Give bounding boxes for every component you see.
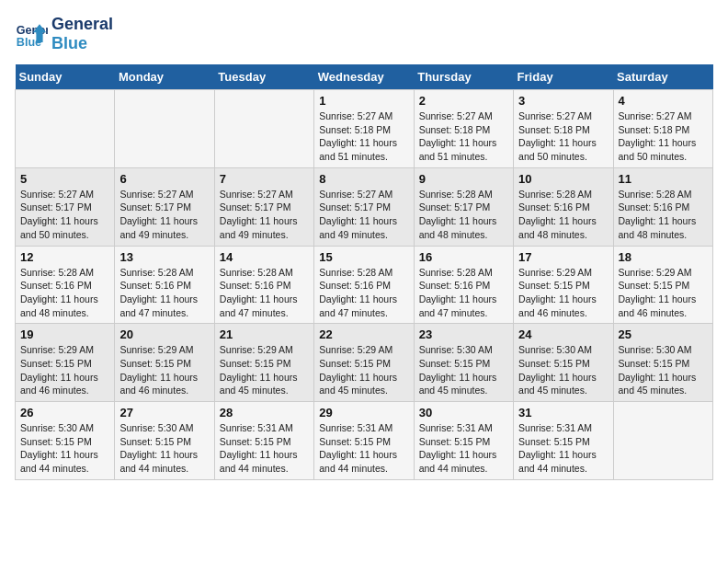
day-number: 28 <box>220 406 309 419</box>
day-header-sunday: Sunday <box>16 64 115 90</box>
day-number: 12 <box>20 250 109 264</box>
calendar-cell: 5Sunrise: 5:27 AM Sunset: 5:17 PM Daylig… <box>16 167 115 246</box>
day-number: 22 <box>319 327 408 341</box>
calendar-cell <box>613 402 712 480</box>
day-info: Sunrise: 5:29 AM Sunset: 5:15 PM Dayligh… <box>319 343 408 397</box>
calendar-cell: 12Sunrise: 5:28 AM Sunset: 5:16 PM Dayli… <box>16 246 115 324</box>
calendar-cell: 26Sunrise: 5:30 AM Sunset: 5:15 PM Dayli… <box>16 402 115 480</box>
day-info: Sunrise: 5:27 AM Sunset: 5:17 PM Dayligh… <box>220 188 309 242</box>
day-header-saturday: Saturday <box>613 64 712 90</box>
day-info: Sunrise: 5:31 AM Sunset: 5:15 PM Dayligh… <box>220 421 309 476</box>
day-info: Sunrise: 5:29 AM Sunset: 5:15 PM Dayligh… <box>518 266 608 320</box>
day-number: 19 <box>20 327 109 341</box>
day-info: Sunrise: 5:27 AM Sunset: 5:17 PM Dayligh… <box>319 188 408 242</box>
day-number: 3 <box>518 94 608 108</box>
calendar-cell: 9Sunrise: 5:28 AM Sunset: 5:17 PM Daylig… <box>414 167 513 246</box>
day-info: Sunrise: 5:29 AM Sunset: 5:15 PM Dayligh… <box>619 266 708 320</box>
day-number: 18 <box>619 250 708 264</box>
calendar-cell: 31Sunrise: 5:31 AM Sunset: 5:15 PM Dayli… <box>514 402 613 480</box>
logo-text: General Blue <box>51 15 113 53</box>
day-header-wednesday: Wednesday <box>314 64 414 90</box>
day-number: 29 <box>319 406 408 419</box>
calendar-cell: 11Sunrise: 5:28 AM Sunset: 5:16 PM Dayli… <box>613 167 712 246</box>
day-info: Sunrise: 5:27 AM Sunset: 5:17 PM Dayligh… <box>119 188 209 242</box>
calendar-cell: 7Sunrise: 5:27 AM Sunset: 5:17 PM Daylig… <box>214 167 313 246</box>
calendar-cell: 13Sunrise: 5:28 AM Sunset: 5:16 PM Dayli… <box>115 246 214 324</box>
page-header: General Blue General Blue <box>15 15 713 53</box>
day-number: 7 <box>220 172 309 186</box>
calendar-cell: 23Sunrise: 5:30 AM Sunset: 5:15 PM Dayli… <box>414 324 513 402</box>
calendar-cell: 14Sunrise: 5:28 AM Sunset: 5:16 PM Dayli… <box>214 246 313 324</box>
calendar-cell: 27Sunrise: 5:30 AM Sunset: 5:15 PM Dayli… <box>115 402 214 480</box>
calendar-cell: 15Sunrise: 5:28 AM Sunset: 5:16 PM Dayli… <box>314 246 414 324</box>
day-number: 24 <box>518 327 608 341</box>
calendar-cell <box>16 90 115 168</box>
day-info: Sunrise: 5:27 AM Sunset: 5:18 PM Dayligh… <box>419 109 508 164</box>
calendar-cell: 3Sunrise: 5:27 AM Sunset: 5:18 PM Daylig… <box>514 90 613 168</box>
calendar-cell: 10Sunrise: 5:28 AM Sunset: 5:16 PM Dayli… <box>514 167 613 246</box>
calendar-cell: 22Sunrise: 5:29 AM Sunset: 5:15 PM Dayli… <box>314 324 414 402</box>
day-number: 11 <box>619 172 708 186</box>
calendar-cell: 8Sunrise: 5:27 AM Sunset: 5:17 PM Daylig… <box>314 167 414 246</box>
day-number: 6 <box>119 172 209 186</box>
day-number: 1 <box>319 94 408 108</box>
calendar-cell: 17Sunrise: 5:29 AM Sunset: 5:15 PM Dayli… <box>514 246 613 324</box>
day-info: Sunrise: 5:29 AM Sunset: 5:15 PM Dayligh… <box>220 343 309 397</box>
day-info: Sunrise: 5:31 AM Sunset: 5:15 PM Dayligh… <box>319 421 408 476</box>
calendar-cell: 4Sunrise: 5:27 AM Sunset: 5:18 PM Daylig… <box>613 90 712 168</box>
week-row-4: 19Sunrise: 5:29 AM Sunset: 5:15 PM Dayli… <box>16 324 713 402</box>
day-info: Sunrise: 5:30 AM Sunset: 5:15 PM Dayligh… <box>20 421 109 476</box>
day-info: Sunrise: 5:28 AM Sunset: 5:16 PM Dayligh… <box>319 266 408 320</box>
calendar-cell: 18Sunrise: 5:29 AM Sunset: 5:15 PM Dayli… <box>613 246 712 324</box>
day-number: 16 <box>419 250 508 264</box>
day-info: Sunrise: 5:28 AM Sunset: 5:16 PM Dayligh… <box>119 266 209 320</box>
day-number: 23 <box>419 327 508 341</box>
calendar-cell <box>214 90 313 168</box>
day-info: Sunrise: 5:30 AM Sunset: 5:15 PM Dayligh… <box>518 343 608 397</box>
calendar-cell: 24Sunrise: 5:30 AM Sunset: 5:15 PM Dayli… <box>514 324 613 402</box>
day-info: Sunrise: 5:27 AM Sunset: 5:18 PM Dayligh… <box>518 109 608 164</box>
calendar-cell: 19Sunrise: 5:29 AM Sunset: 5:15 PM Dayli… <box>16 324 115 402</box>
calendar-cell: 1Sunrise: 5:27 AM Sunset: 5:18 PM Daylig… <box>314 90 414 168</box>
day-number: 9 <box>419 172 508 186</box>
calendar-cell: 6Sunrise: 5:27 AM Sunset: 5:17 PM Daylig… <box>115 167 214 246</box>
calendar-table: SundayMondayTuesdayWednesdayThursdayFrid… <box>15 64 713 480</box>
day-info: Sunrise: 5:28 AM Sunset: 5:16 PM Dayligh… <box>220 266 309 320</box>
day-info: Sunrise: 5:28 AM Sunset: 5:17 PM Dayligh… <box>419 188 508 242</box>
day-number: 14 <box>220 250 309 264</box>
day-info: Sunrise: 5:29 AM Sunset: 5:15 PM Dayligh… <box>20 343 109 397</box>
day-header-monday: Monday <box>115 64 214 90</box>
day-number: 25 <box>619 327 708 341</box>
day-number: 8 <box>319 172 408 186</box>
calendar-cell: 2Sunrise: 5:27 AM Sunset: 5:18 PM Daylig… <box>414 90 513 168</box>
day-info: Sunrise: 5:30 AM Sunset: 5:15 PM Dayligh… <box>619 343 708 397</box>
day-info: Sunrise: 5:28 AM Sunset: 5:16 PM Dayligh… <box>619 188 708 242</box>
logo-icon: General Blue <box>15 17 48 51</box>
day-info: Sunrise: 5:30 AM Sunset: 5:15 PM Dayligh… <box>119 421 209 476</box>
day-info: Sunrise: 5:31 AM Sunset: 5:15 PM Dayligh… <box>518 421 608 476</box>
calendar-cell: 25Sunrise: 5:30 AM Sunset: 5:15 PM Dayli… <box>613 324 712 402</box>
day-number: 30 <box>419 406 508 419</box>
calendar-cell: 30Sunrise: 5:31 AM Sunset: 5:15 PM Dayli… <box>414 402 513 480</box>
week-row-5: 26Sunrise: 5:30 AM Sunset: 5:15 PM Dayli… <box>16 402 713 480</box>
day-header-thursday: Thursday <box>414 64 513 90</box>
day-info: Sunrise: 5:31 AM Sunset: 5:15 PM Dayligh… <box>419 421 508 476</box>
day-info: Sunrise: 5:27 AM Sunset: 5:18 PM Dayligh… <box>619 109 708 164</box>
day-info: Sunrise: 5:28 AM Sunset: 5:16 PM Dayligh… <box>419 266 508 320</box>
calendar-cell <box>115 90 214 168</box>
day-number: 2 <box>419 94 508 108</box>
calendar-cell: 20Sunrise: 5:29 AM Sunset: 5:15 PM Dayli… <box>115 324 214 402</box>
day-number: 4 <box>619 94 708 108</box>
day-number: 20 <box>119 327 209 341</box>
calendar-cell: 21Sunrise: 5:29 AM Sunset: 5:15 PM Dayli… <box>214 324 313 402</box>
days-header-row: SundayMondayTuesdayWednesdayThursdayFrid… <box>16 64 713 90</box>
day-info: Sunrise: 5:27 AM Sunset: 5:18 PM Dayligh… <box>319 109 408 164</box>
day-number: 13 <box>119 250 209 264</box>
day-number: 5 <box>20 172 109 186</box>
day-number: 27 <box>119 406 209 419</box>
logo: General Blue General Blue <box>15 15 113 53</box>
day-info: Sunrise: 5:28 AM Sunset: 5:16 PM Dayligh… <box>20 266 109 320</box>
week-row-3: 12Sunrise: 5:28 AM Sunset: 5:16 PM Dayli… <box>16 246 713 324</box>
calendar-cell: 29Sunrise: 5:31 AM Sunset: 5:15 PM Dayli… <box>314 402 414 480</box>
day-info: Sunrise: 5:27 AM Sunset: 5:17 PM Dayligh… <box>20 188 109 242</box>
